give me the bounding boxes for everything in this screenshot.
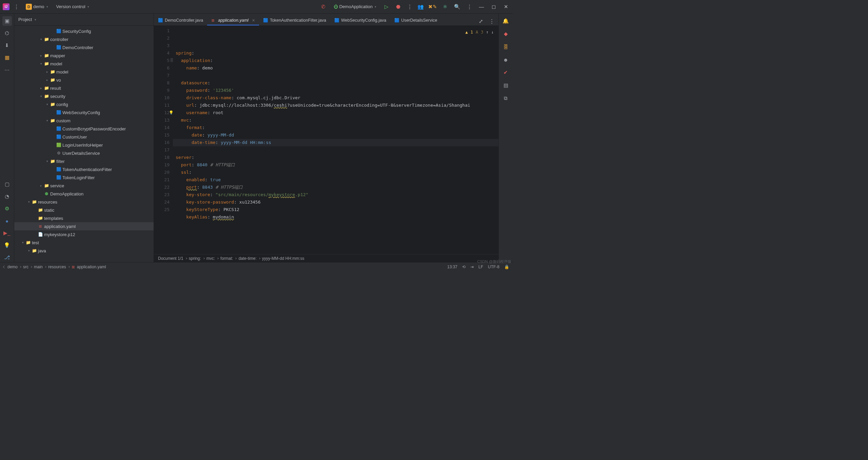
ai-tool-icon[interactable]: ◆ (501, 29, 511, 39)
debug-icon[interactable]: ⬣ (394, 3, 402, 11)
tree-item-tokenloginfilter[interactable]: 🟦TokenLoginFilter (14, 173, 154, 182)
project-name-label: demo (33, 4, 44, 9)
maximize-icon[interactable]: ◻ (490, 3, 498, 11)
breadcrumb-item[interactable]: yyyy-MM-dd HH:mm:ss (262, 256, 304, 261)
status-lock-icon[interactable]: 🔒 (504, 265, 509, 269)
breadcrumb-item[interactable]: spring: (189, 256, 201, 261)
services-tool-icon[interactable]: ▦ (2, 53, 12, 62)
console-tool-icon[interactable]: ▶_ (2, 228, 12, 238)
tab-tokenauthenticationfilter-java[interactable]: 🟦TokenAuthenticationFilter.java (259, 15, 330, 25)
prev-highlight-icon[interactable]: ↑ (486, 28, 489, 36)
tree-item-service[interactable]: ▸📁service (14, 182, 154, 190)
status-encoding[interactable]: UTF-8 (488, 265, 499, 269)
tree-item-mapper[interactable]: ▸📁mapper (14, 51, 154, 60)
status-time: 13:37 (447, 265, 457, 269)
phone-icon[interactable]: ✆ (319, 3, 328, 11)
more-run-icon[interactable]: ⋮ (406, 3, 414, 11)
more-icon[interactable]: ⋯ (2, 65, 12, 75)
tab-websecurityconfig-java[interactable]: 🟦WebSecurityConfig.java (330, 15, 390, 25)
project-tool-icon[interactable]: ▣ (2, 16, 12, 26)
tree-item-java[interactable]: ▾📁java (14, 247, 154, 255)
bookmarks-tool-icon[interactable]: ⬇ (2, 41, 12, 50)
next-highlight-icon[interactable]: ↓ (491, 28, 494, 36)
tree-item-custombcryptpasswordencoder[interactable]: 🟦CustomBcryptPasswordEncoder (14, 125, 154, 133)
vcs-selector[interactable]: Version control ▾ (54, 3, 92, 11)
copilot-tool-icon[interactable]: ☻ (501, 55, 511, 64)
tree-item-templates[interactable]: 📁templates (14, 214, 154, 222)
tree-item-democontroller[interactable]: 🟦DemoController (14, 43, 154, 51)
tree-item-config[interactable]: ▾📁config (14, 100, 154, 108)
path-breadcrumbs[interactable]: demosrcmainresources≣ application.yaml (3, 265, 106, 269)
code-content[interactable]: ▲1 A3 ↑ ↓ spring: application: name: dem… (173, 26, 498, 254)
inspection-widget[interactable]: ▲1 A3 ↑ ↓ (464, 28, 495, 37)
breadcrumb-item[interactable]: date-time: (238, 256, 256, 261)
tree-item-mykeystore-p12[interactable]: 📄mykeystore.p12 (14, 230, 154, 238)
editor-body[interactable]: 1234🗄567891011💡1213141516171819202122232… (154, 26, 498, 254)
tree-item-customuser[interactable]: 🟦CustomUser (14, 133, 154, 141)
tree-item-controller[interactable]: ▾📁controller (14, 35, 154, 43)
status-indent[interactable]: ⇥ (470, 265, 474, 269)
tree-item-custom[interactable]: ▾📁custom (14, 117, 154, 125)
tree-item-filter[interactable]: ▾📁filter (14, 157, 154, 165)
atom-icon[interactable]: ⚛ (441, 3, 449, 11)
notifications-icon[interactable]: 🔔 (501, 16, 511, 26)
close-icon[interactable]: ✕ (252, 18, 255, 23)
tree-item-application-yaml[interactable]: ≣application.yaml (14, 222, 154, 230)
run-icon[interactable]: ▷ (382, 3, 391, 11)
git-tool-icon[interactable]: ⎇ (2, 253, 12, 262)
search-icon[interactable]: 🔍 (453, 3, 461, 11)
close-icon[interactable]: ✕ (502, 3, 510, 11)
status-sync-icon[interactable]: ⟲ (462, 265, 466, 269)
breadcrumb-item[interactable]: format: (220, 256, 233, 261)
tree-item-websecurityconfig[interactable]: 🟦WebSecurityConfig (14, 108, 154, 117)
tools-icon[interactable]: ✖✎ (429, 3, 437, 11)
tree-item-security[interactable]: ▾📁security (14, 92, 154, 100)
people-icon[interactable]: 👥 (416, 3, 425, 11)
tree-item-securityconfig[interactable]: 🟦SecurityConfig (14, 27, 154, 35)
path-crumb-item[interactable]: resources (48, 265, 66, 269)
tab-application-yaml[interactable]: ≣application.yaml✕ (207, 15, 259, 25)
path-crumb-item[interactable]: demo (7, 265, 18, 269)
settings-icon[interactable]: ⋮ (465, 3, 473, 11)
tab-options-icon[interactable]: ⋮ (488, 17, 496, 25)
chevron-down-icon: ▾ (375, 5, 376, 8)
tree-item-model[interactable]: ▾📁model (14, 60, 154, 68)
structure-tool-icon[interactable]: ⌬ (2, 28, 12, 38)
breadcrumbs[interactable]: Document 1/1spring:mvc:format:date-time:… (154, 254, 498, 262)
profiler-tool-icon[interactable]: ◔ (2, 192, 12, 201)
maven-tool-icon[interactable]: ✔ (501, 68, 511, 77)
endpoints-tool-icon[interactable]: ⧉ (501, 93, 511, 103)
expand-icon[interactable]: ⤢ (477, 17, 485, 25)
tree-item-demoapplication[interactable]: ⬢DemoApplication (14, 190, 154, 198)
path-crumb-item[interactable]: main (34, 265, 43, 269)
terminal-tool-icon[interactable]: ▢ (2, 180, 12, 189)
path-crumb-item[interactable]: src (23, 265, 28, 269)
tab-democontroller-java[interactable]: 🟦DemoController.java (154, 15, 207, 25)
path-crumb-item[interactable]: application.yaml (77, 265, 106, 269)
coverage-tool-icon[interactable]: ▤ (501, 81, 511, 90)
minimize-icon[interactable]: — (477, 3, 486, 11)
build-tool-icon[interactable]: ⚙ (2, 204, 12, 213)
breadcrumb-item[interactable]: Document 1/1 (158, 256, 183, 261)
tree-item-resources[interactable]: ▾📁resources (14, 198, 154, 206)
tab-userdetailsservice[interactable]: 🟦UserDetailsService (390, 15, 441, 25)
tree-item-vo[interactable]: ▸📁vo (14, 76, 154, 84)
status-line-sep[interactable]: LF (478, 265, 483, 269)
run-config-selector[interactable]: ⏻ DemoApplication ▾ (331, 3, 379, 11)
lua-tool-icon[interactable]: ● (2, 216, 12, 226)
tree-item-tokenauthenticationfilter[interactable]: 🟦TokenAuthenticationFilter (14, 165, 154, 173)
tree-item-model[interactable]: ▸📁model (14, 68, 154, 76)
main-menu-icon[interactable]: ⋮ (12, 3, 20, 11)
tree-item-result[interactable]: ▸📁result (14, 84, 154, 92)
project-selector[interactable]: D demo ▾ (23, 2, 51, 11)
titlebar: IJ ⋮ D demo ▾ Version control ▾ ✆ ⏻ Demo… (0, 0, 513, 14)
tree-item-userdetailsservice[interactable]: ⚙UserDetailsService (14, 149, 154, 157)
tree-item-loginuserinfohelper[interactable]: 🟩LoginUserInfoHelper (14, 141, 154, 149)
database-tool-icon[interactable]: 🗄 (501, 42, 511, 51)
sidebar-header[interactable]: Project ▾ (14, 14, 154, 26)
problems-tool-icon[interactable]: 💡 (2, 241, 12, 250)
tree-item-test[interactable]: ▾📁test (14, 238, 154, 247)
project-tree[interactable]: 🟦SecurityConfig▾📁controller🟦DemoControll… (14, 26, 154, 262)
breadcrumb-item[interactable]: mvc: (206, 256, 215, 261)
tree-item-static[interactable]: 📁static (14, 206, 154, 214)
